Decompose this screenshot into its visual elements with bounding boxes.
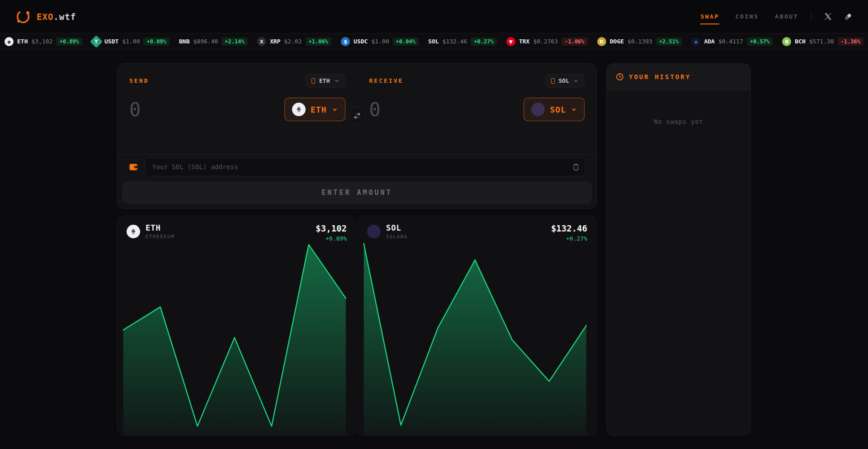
ticker-change-badge: +2.51%: [656, 38, 682, 46]
ticker-change-badge: +0.57%: [747, 38, 773, 46]
ticker-change-badge: +0.89%: [56, 38, 82, 46]
ticker-item[interactable]: B BCH $571.38 -1.36%: [782, 37, 863, 46]
ticker-item[interactable]: ▼ TRX $0.2763 -1.06%: [506, 37, 588, 46]
send-network-select[interactable]: ETH: [306, 74, 345, 88]
history-header: YOUR HISTORY: [607, 64, 750, 90]
coin-icon: ◆: [5, 37, 14, 46]
sol-icon: [367, 225, 381, 238]
receive-network-value: SOL: [559, 77, 569, 84]
coin-icon: $: [341, 37, 350, 46]
ticker-change-badge: -1.06%: [561, 38, 587, 46]
ticker-item[interactable]: Ð DOGE $0.1393 +2.51%: [597, 37, 682, 46]
nav-tab-swap[interactable]: SWAP: [700, 13, 719, 24]
receive-token-select[interactable]: SOL: [524, 98, 585, 121]
destination-address-input[interactable]: [145, 157, 585, 176]
ticker-price: $1.00: [122, 38, 140, 45]
ticker-item[interactable]: ◆ ETH $3,102 +0.89%: [5, 37, 82, 46]
ticker-item[interactable]: T USDT $1.00 +0.09%: [92, 37, 170, 46]
receive-section: RECEIVE SOL SOL: [357, 64, 597, 154]
sol-icon: [531, 103, 545, 116]
token-chip-icon: [311, 78, 315, 84]
chart-coin-name: ETHEREUM: [146, 234, 175, 239]
ticker-symbol: ETH: [17, 38, 28, 45]
receive-amount-input[interactable]: [369, 99, 469, 121]
ticker-symbol: SOL: [428, 38, 439, 45]
enter-amount-button[interactable]: ENTER AMOUNT: [122, 181, 592, 204]
chevron-down-icon: [334, 78, 340, 84]
chart-coin-name: SOLANA: [386, 234, 408, 239]
chevron-down-icon: [571, 107, 577, 113]
ticker-change-badge: +0.04%: [393, 38, 419, 46]
coin-icon: Ð: [597, 37, 606, 46]
ticker-change-badge: +1.06%: [306, 38, 331, 46]
send-network-value: ETH: [319, 77, 330, 84]
ticker-price: $0.4117: [718, 38, 743, 45]
swap-card: SEND ETH: [117, 63, 597, 209]
main-nav: SWAP COINS ABOUT: [700, 13, 798, 20]
swap-arrows-icon: [353, 112, 361, 120]
chart-change: +0.27%: [551, 235, 587, 242]
chart-price: $132.46: [551, 223, 587, 233]
logo-text-suffix: .wtf: [53, 12, 76, 22]
ticker-price: $0.1393: [627, 38, 652, 45]
paste-clipboard-icon[interactable]: [572, 163, 580, 170]
ticker-item[interactable]: X XRP $2.02 +1.06%: [257, 37, 331, 46]
coin-icon: ◈: [691, 37, 700, 46]
app-header: EXO.wtf SWAP COINS ABOUT: [0, 0, 868, 33]
token-chip-icon: [551, 78, 555, 84]
x-twitter-icon[interactable]: [824, 13, 832, 20]
receive-network-select[interactable]: SOL: [545, 74, 585, 88]
destination-address-row: [118, 154, 596, 179]
ticker-symbol: BNB: [179, 38, 189, 45]
ticker-item[interactable]: BNB $896.40 +2.14%: [179, 38, 248, 46]
coin-icon: B: [782, 37, 791, 46]
history-empty-message: No swaps yet: [607, 90, 750, 125]
ticker-price: $3,102: [31, 38, 52, 45]
chart-change: +0.89%: [316, 235, 347, 242]
logo[interactable]: EXO.wtf: [15, 9, 76, 24]
ticker-symbol: USDC: [354, 38, 368, 45]
chevron-down-icon: [573, 78, 579, 84]
ticker-price: $0.2763: [533, 38, 558, 45]
eth-icon: [127, 225, 140, 238]
logo-text: EXO.wtf: [37, 12, 76, 22]
eth-icon: [292, 103, 306, 116]
coin-icon: ▼: [506, 37, 515, 46]
history-title: YOUR HISTORY: [629, 73, 691, 80]
ticker-symbol: DOGE: [610, 38, 624, 45]
coin-icon: T: [90, 35, 103, 47]
ticker-symbol: XRP: [270, 38, 280, 45]
pill-icon[interactable]: [844, 12, 853, 21]
nav-tab-about[interactable]: ABOUT: [775, 13, 798, 20]
swap-direction-button[interactable]: [349, 107, 366, 124]
ticker-symbol: BCH: [795, 38, 805, 45]
ticker-item[interactable]: SOL $132.46 +0.27%: [428, 38, 497, 46]
wallet-icon: [128, 162, 138, 172]
ticker-price: $2.02: [284, 38, 302, 45]
chart-price: $3,102: [316, 223, 347, 233]
logo-orbit-icon: [15, 9, 31, 24]
ticker-price: $132.46: [443, 38, 467, 45]
send-token-select[interactable]: ETH: [284, 98, 345, 121]
ticker-symbol: USDT: [104, 38, 118, 45]
send-token-value: ETH: [311, 105, 327, 114]
ticker-change-badge: -1.36%: [838, 38, 863, 46]
receive-token-value: SOL: [550, 105, 566, 114]
ticker-change-badge: +0.27%: [471, 38, 496, 46]
sol-chart-card: SOL SOLANA $132.46 +0.27%: [358, 216, 597, 435]
nav-tab-coins[interactable]: COINS: [736, 13, 759, 20]
eth-chart-card: ETH ETHEREUM $3,102 +0.89%: [117, 216, 356, 435]
chart-symbol: ETH: [146, 223, 175, 232]
price-ticker-bar: ◆ ETH $3,102 +0.89% T USDT $1.00 +0.09% …: [0, 33, 868, 50]
ticker-item[interactable]: $ USDC $1.00 +0.04%: [341, 37, 419, 46]
ticker-change-badge: +0.09%: [143, 38, 169, 46]
send-section: SEND ETH: [118, 64, 357, 154]
send-amount-input[interactable]: [129, 99, 229, 121]
ticker-price: $1.00: [371, 38, 389, 45]
header-divider: [811, 12, 811, 22]
ticker-price: $571.38: [809, 38, 834, 45]
send-label: SEND: [129, 74, 149, 84]
chevron-down-icon: [332, 107, 338, 113]
ticker-item[interactable]: ◈ ADA $0.4117 +0.57%: [691, 37, 773, 46]
ticker-symbol: ADA: [704, 38, 714, 45]
